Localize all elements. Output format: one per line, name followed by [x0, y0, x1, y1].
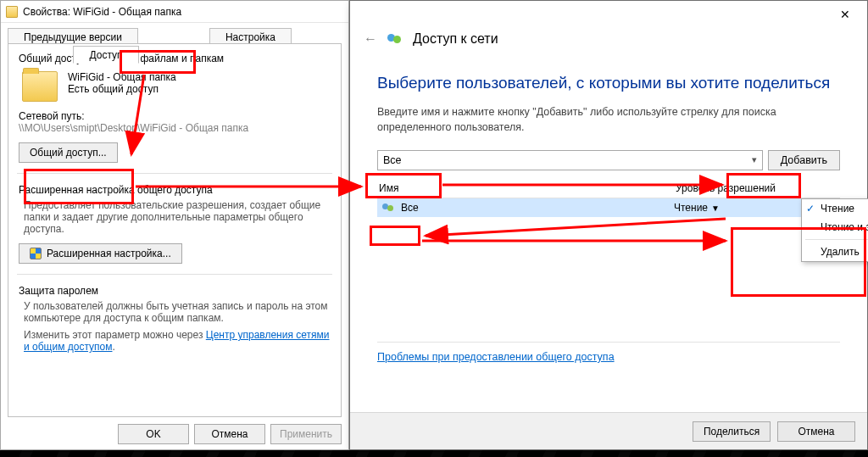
add-button[interactable]: Добавить [768, 150, 840, 170]
permission-list-header: Имя Уровень разрешений [377, 179, 840, 198]
permission-row-all[interactable]: Все Чтение ▼ [377, 198, 840, 217]
back-arrow-icon[interactable]: ← [364, 31, 377, 47]
permission-list: Все Чтение ▼ Чтение Чтение и запись Удал… [377, 198, 840, 343]
share-cancel-button[interactable]: Отмена [777, 421, 855, 442]
properties-title: Свойства: WiFiGid - Общая папка [23, 6, 181, 18]
people-icon [387, 31, 403, 47]
password-protection-text: У пользователей должны быть учетная запи… [24, 300, 331, 324]
tab-content-sharing: Общий доступ к сетевым файлам и папкам W… [8, 43, 342, 417]
menu-separator [805, 239, 868, 240]
network-sharing-label: Общий доступ к сетевым файлам и папкам [19, 53, 331, 64]
user-combobox-value: Все [383, 154, 402, 166]
shared-folder-status: Есть общий доступ [68, 83, 176, 95]
chevron-down-icon: ▾ [752, 154, 757, 165]
column-permission-level: Уровень разрешений [676, 182, 838, 194]
apply-button[interactable]: Применить [270, 424, 342, 444]
share-button-row: Поделиться Отмена [350, 412, 867, 449]
row-user-name: Все [401, 202, 419, 214]
share-header-label: Доступ к сети [413, 31, 498, 47]
properties-dialog: Свойства: WiFiGid - Общая папка Предыдущ… [0, 0, 349, 450]
chevron-down-icon: ▼ [711, 203, 720, 213]
ok-button[interactable]: OK [118, 424, 189, 444]
share-titlebar[interactable]: ✕ [350, 1, 867, 28]
password-protection-title: Защита паролем [19, 285, 331, 297]
shared-folder-name: WiFiGid - Общая папка [68, 71, 176, 83]
column-name: Имя [379, 182, 676, 194]
share-submit-button[interactable]: Поделиться [693, 421, 771, 442]
shield-icon [30, 248, 42, 259]
folder-icon [6, 6, 18, 18]
permission-context-menu: Чтение Чтение и запись Удалить [801, 198, 868, 262]
user-combobox[interactable]: Все ▾ [377, 150, 763, 170]
troubleshoot-link[interactable]: Проблемы при предоставлении общего досту… [377, 351, 615, 363]
menu-item-remove[interactable]: Удалить [802, 242, 868, 261]
cancel-button[interactable]: Отмена [194, 424, 265, 444]
divider [17, 274, 332, 275]
password-change-prefix: Изменить этот параметр можно через [24, 329, 206, 341]
folder-large-icon [22, 71, 58, 102]
advanced-sharing-button[interactable]: Расширенная настройка... [19, 243, 182, 264]
properties-titlebar[interactable]: Свойства: WiFiGid - Общая папка [1, 1, 348, 23]
close-icon[interactable]: ✕ [826, 3, 864, 26]
network-share-dialog: ✕ ← Доступ к сети Выберите пользователей… [349, 0, 868, 450]
divider [17, 173, 332, 174]
tab-sharing[interactable]: Доступ [73, 46, 138, 64]
advanced-sharing-text: Предоставляет пользовательские разрешени… [24, 199, 331, 235]
network-path-label: Сетевой путь: [19, 110, 331, 122]
menu-item-read-write[interactable]: Чтение и запись [802, 218, 868, 237]
advanced-sharing-title: Расширенная настройка общего доступа [19, 184, 331, 196]
menu-item-read[interactable]: Чтение [802, 199, 868, 218]
group-icon [382, 202, 396, 214]
share-button[interactable]: Общий доступ... [19, 142, 118, 163]
properties-button-row: OK Отмена Применить [118, 424, 342, 444]
network-path-value: \\MO\Users\smipt\Desktop\WiFiGid - Общая… [19, 122, 331, 134]
share-instruction: Введите имя и нажмите кнопку "Добавить" … [377, 104, 840, 135]
share-title: Выберите пользователей, с которыми вы хо… [377, 74, 840, 92]
